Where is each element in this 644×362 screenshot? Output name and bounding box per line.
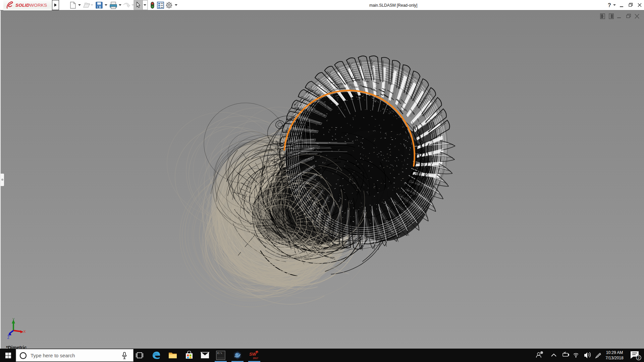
- svg-text:2017: 2017: [253, 357, 258, 359]
- svg-text:Z: Z: [7, 336, 9, 340]
- svg-text:2: 2: [638, 356, 640, 360]
- svg-text:C:\: C:\: [217, 352, 222, 355]
- svg-text:X: X: [23, 330, 26, 334]
- svg-text:?: ?: [608, 2, 611, 8]
